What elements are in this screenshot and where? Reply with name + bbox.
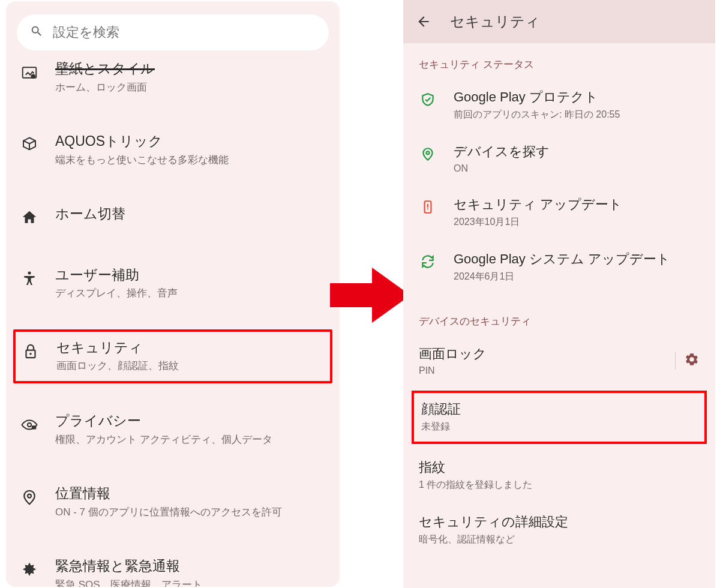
list-item-text: 位置情報 ON - 7 個のアプリに位置情報へのアクセスを許可 [55, 485, 282, 519]
header-title: セキュリティ [450, 12, 540, 31]
row-face[interactable]: 顔認証 未登録 [421, 400, 697, 433]
list-item-subtitle: ホーム、ロック画面 [55, 81, 155, 94]
row-play-system-update[interactable]: Google Play システム アップデート 2024年6月1日 [403, 239, 715, 294]
security-header: セキュリティ [403, 0, 715, 43]
row-subtitle: 未登録 [421, 421, 461, 433]
list-item-accessibility[interactable]: ユーザー補助 ディスプレイ、操作、音声 [6, 254, 340, 313]
list-item-security[interactable]: セキュリティ 画面ロック、顔認証、指紋 [20, 339, 325, 373]
row-title: セキュリティの詳細設定 [419, 513, 568, 531]
emergency-icon [19, 560, 40, 580]
row-subtitle: 2024年6月1日 [454, 271, 670, 283]
list-item-subtitle: 緊急 SOS、医療情報、アラート [55, 578, 202, 587]
location-icon [19, 487, 40, 508]
pin-icon [419, 145, 437, 163]
highlight-security: セキュリティ 画面ロック、顔認証、指紋 [13, 329, 332, 384]
list-item-title: 緊急情報と緊急通報 [55, 557, 202, 575]
row-title: 画面ロック [419, 345, 487, 363]
list-item-subtitle: 権限、アカウント アクティビティ、個人データ [55, 433, 272, 446]
list-item-home[interactable]: ホーム切替 [6, 193, 340, 240]
row-text: 顔認証 未登録 [421, 400, 461, 433]
list-item-title: ユーザー補助 [55, 266, 178, 284]
phone-alert-icon [419, 198, 437, 216]
svg-point-11 [427, 208, 428, 209]
svg-point-1 [31, 74, 36, 79]
svg-rect-6 [32, 426, 37, 430]
row-text: Google Play システム アップデート 2024年6月1日 [454, 250, 670, 283]
eye-lock-icon [19, 415, 40, 435]
list-item-title: ホーム切替 [55, 205, 125, 223]
wallpaper-icon [19, 62, 40, 83]
row-fingerprint[interactable]: 指紋 1 件の指紋を登録しました [403, 448, 715, 502]
gear-icon [684, 359, 700, 369]
list-item-aquos[interactable]: AQUOSトリック 端末をもっと使いこなせる多彩な機能 [6, 121, 340, 179]
row-text: 指紋 1 件の指紋を登録しました [419, 458, 532, 491]
list-item-title: セキュリティ [56, 339, 179, 356]
transition-arrow-icon [330, 265, 410, 325]
settings-list-screen: 壁紙とスタイル ホーム、ロック画面 AQUOSトリック 端末をもっと使いこなせる… [6, 1, 340, 587]
list-item-text: セキュリティ 画面ロック、顔認証、指紋 [56, 339, 179, 373]
row-security-update[interactable]: セキュリティ アップデート 2023年10月1日 [403, 185, 715, 239]
row-subtitle: 前回のアプリのスキャン: 昨日の 20:55 [454, 109, 620, 121]
list-item-text: AQUOSトリック 端末をもっと使いこなせる多彩な機能 [55, 133, 229, 167]
row-screen-lock[interactable]: 画面ロック PIN [403, 334, 715, 387]
row-play-protect[interactable]: Google Play プロテクト 前回のアプリのスキャン: 昨日の 20:55 [403, 77, 715, 132]
row-text: Google Play プロテクト 前回のアプリのスキャン: 昨日の 20:55 [454, 88, 620, 121]
list-item-subtitle: ON - 7 個のアプリに位置情報へのアクセスを許可 [55, 506, 282, 519]
row-text: セキュリティの詳細設定 暗号化、認証情報など [419, 513, 568, 546]
row-title: デバイスを探す [454, 143, 550, 161]
row-title: 指紋 [419, 458, 532, 476]
row-title: 顔認証 [421, 400, 461, 418]
list-item-wallpaper[interactable]: 壁紙とスタイル ホーム、ロック画面 [6, 59, 340, 106]
row-subtitle: 2023年10月1日 [454, 216, 622, 229]
list-item-title: 位置情報 [55, 485, 282, 502]
home-icon [19, 208, 40, 228]
row-subtitle: PIN [419, 365, 487, 376]
svg-point-4 [29, 353, 32, 355]
screen-lock-settings-button[interactable] [675, 352, 700, 370]
row-subtitle: 暗号化、認証情報など [419, 533, 568, 546]
list-item-title: 壁紙とスタイル [55, 60, 155, 77]
svg-marker-8 [330, 268, 410, 323]
row-find-device[interactable]: デバイスを探す ON [403, 132, 715, 185]
shield-check-icon [419, 91, 437, 109]
highlight-face: 顔認証 未登録 [412, 391, 707, 444]
list-item-title: AQUOSトリック [55, 133, 229, 150]
list-item-text: 壁紙とスタイル ホーム、ロック画面 [55, 60, 155, 94]
row-title: セキュリティ アップデート [454, 196, 622, 214]
list-item-text: ユーザー補助 ディスプレイ、操作、音声 [55, 266, 178, 301]
list-item-text: ホーム切替 [55, 205, 125, 223]
accessibility-icon [19, 269, 40, 289]
list-item-text: 緊急情報と緊急通報 緊急 SOS、医療情報、アラート [55, 557, 202, 587]
row-title: Google Play システム アップデート [454, 250, 670, 268]
row-text: 画面ロック PIN [419, 345, 487, 376]
search-bar[interactable] [17, 14, 329, 50]
svg-point-7 [28, 494, 31, 498]
row-subtitle: ON [454, 163, 550, 174]
list-item-subtitle: 端末をもっと使いこなせる多彩な機能 [55, 154, 229, 167]
settings-list: 壁紙とスタイル ホーム、ロック画面 AQUOSトリック 端末をもっと使いこなせる… [6, 59, 340, 587]
list-item-location[interactable]: 位置情報 ON - 7 個のアプリに位置情報へのアクセスを許可 [6, 473, 340, 531]
search-icon [30, 25, 43, 40]
list-item-subtitle: ディスプレイ、操作、音声 [55, 287, 178, 300]
row-title: Google Play プロテクト [454, 88, 620, 106]
refresh-icon [419, 253, 437, 271]
back-button[interactable] [414, 12, 433, 31]
section-label-device: デバイスのセキュリティ [403, 294, 715, 334]
row-subtitle: 1 件の指紋を登録しました [419, 479, 532, 491]
list-item-emergency[interactable]: 緊急情報と緊急通報 緊急 SOS、医療情報、アラート [6, 545, 340, 587]
search-bar-container [6, 1, 340, 59]
row-advanced[interactable]: セキュリティの詳細設定 暗号化、認証情報など [403, 502, 715, 557]
security-screen: セキュリティ セキュリティ ステータス Google Play プロテクト 前回… [403, 0, 715, 588]
list-item-text: プライバシー 権限、アカウント アクティビティ、個人データ [55, 412, 272, 446]
list-item-title: プライバシー [55, 412, 272, 430]
svg-point-9 [427, 151, 430, 154]
row-text: セキュリティ アップデート 2023年10月1日 [454, 196, 622, 229]
list-item-subtitle: 画面ロック、顔認証、指紋 [56, 359, 179, 373]
section-label-status: セキュリティ ステータス [403, 43, 715, 77]
list-item-privacy[interactable]: プライバシー 権限、アカウント アクティビティ、個人データ [6, 400, 340, 458]
security-body: セキュリティ ステータス Google Play プロテクト 前回のアプリのスキ… [403, 43, 715, 564]
svg-point-5 [28, 423, 31, 427]
search-input[interactable] [53, 25, 316, 40]
svg-point-2 [28, 271, 31, 274]
row-text: デバイスを探す ON [454, 143, 550, 174]
